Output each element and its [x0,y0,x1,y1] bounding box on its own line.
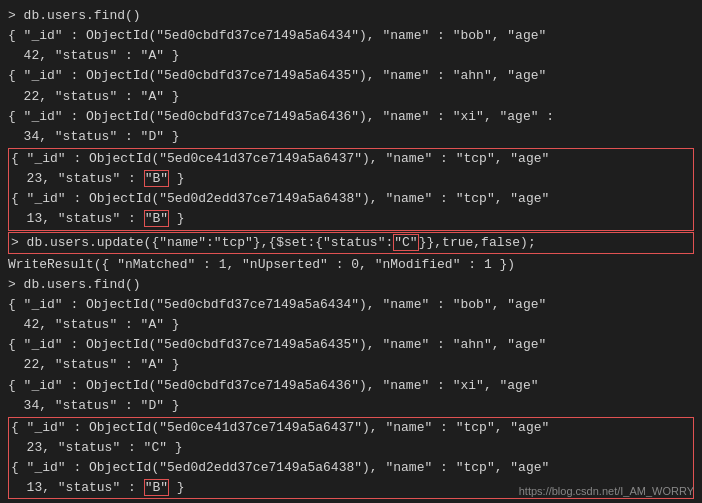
line-18: 22, "status" : "A" } [8,355,694,375]
highlighted-tcp-group-1: { "_id" : ObjectId("5ed0ce41d37ce7149a5a… [8,148,694,231]
line-22: 23, "status" : "C" } [11,438,691,458]
line-13: WriteResult({ "nMatched" : 1, "nUpserted… [8,255,694,275]
line-2: { "_id" : ObjectId("5ed0cbdfd37ce7149a5a… [8,26,694,46]
line-19: { "_id" : ObjectId("5ed0cbdfd37ce7149a5a… [8,376,694,396]
update-command-line: > db.users.update({"name":"tcp"},{$set:{… [8,232,694,254]
line-15: { "_id" : ObjectId("5ed0cbdfd37ce7149a5a… [8,295,694,315]
line-21: { "_id" : ObjectId("5ed0ce41d37ce7149a5a… [11,418,691,438]
line-23: { "_id" : ObjectId("5ed0d2edd37ce7149a5a… [11,458,691,478]
line-12: > db.users.update({"name":"tcp"},{$set:{… [11,233,691,253]
line-17: { "_id" : ObjectId("5ed0cbdfd37ce7149a5a… [8,335,694,355]
line-8: { "_id" : ObjectId("5ed0ce41d37ce7149a5a… [11,149,691,169]
line-4: { "_id" : ObjectId("5ed0cbdfd37ce7149a5a… [8,66,694,86]
line-5: 22, "status" : "A" } [8,87,694,107]
watermark: https://blog.csdn.net/I_AM_WORRY [519,485,694,497]
line-11: 13, "status" : "B" } [11,209,691,229]
line-16: 42, "status" : "A" } [8,315,694,335]
line-3: 42, "status" : "A" } [8,46,694,66]
line-7: 34, "status" : "D" } [8,127,694,147]
line-9: 23, "status" : "B" } [11,169,691,189]
terminal-window: > db.users.find() { "_id" : ObjectId("5e… [0,0,702,503]
line-20: 34, "status" : "D" } [8,396,694,416]
line-1: > db.users.find() [8,6,694,26]
line-6: { "_id" : ObjectId("5ed0cbdfd37ce7149a5a… [8,107,694,127]
line-10: { "_id" : ObjectId("5ed0d2edd37ce7149a5a… [11,189,691,209]
line-14: > db.users.find() [8,275,694,295]
